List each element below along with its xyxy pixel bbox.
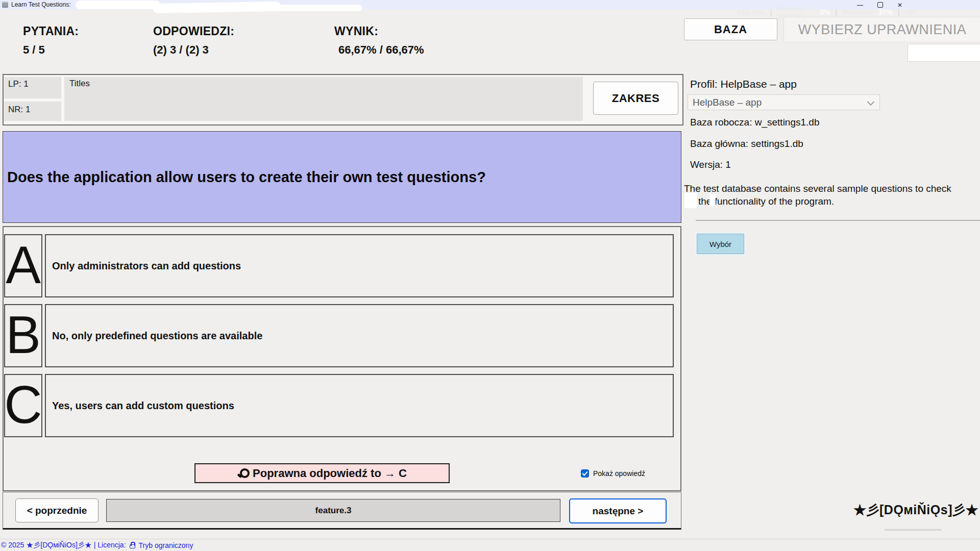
zakres-button[interactable]: ZAKRES <box>593 82 678 115</box>
question-text: Does the application allow users to crea… <box>7 169 486 186</box>
answer-option-b[interactable]: No, only predefined questions are availa… <box>45 304 674 367</box>
status-bar: © 2025 ★彡[DǪмiŇiOs]彡★ | Licencja: Tryb o… <box>0 539 980 551</box>
chevron-down-icon <box>867 98 874 106</box>
answer-option-a[interactable]: Only administrators can add questions <box>45 234 674 297</box>
select-button[interactable]: Wybór <box>697 234 744 254</box>
lp-cell: LP: 1 <box>4 77 61 98</box>
answer-option-c[interactable]: Yes, users can add custom questions <box>45 374 674 437</box>
minimize-button[interactable]: — <box>852 0 868 10</box>
license-status: Tryb ograniczony <box>139 541 193 549</box>
correct-answer-text: Poprawna odpowiedź to → C <box>253 467 407 480</box>
answers-value: (2) 3 / (2) 3 <box>153 43 209 57</box>
score-value: 66,67% / 66,67% <box>338 43 424 57</box>
app-window: Learn Test Questions: — ✕ KI/s N/A | Pro… <box>0 0 980 551</box>
redaction-blob <box>153 2 281 13</box>
show-answer-toggle[interactable]: Pokaż opowiedź <box>581 469 645 478</box>
watermark-text: ★彡[DǪмiŇiǪs]彡★ <box>853 502 978 518</box>
baza-button[interactable]: BAZA <box>684 18 777 40</box>
profile-title: Profil: HelpBase – app <box>690 78 797 90</box>
correct-answer-bar: Poprawna odpowiedź to → C <box>194 463 450 483</box>
questions-label: PYTANIA: <box>23 24 79 38</box>
show-answer-label: Pokaż opowiedź <box>593 469 645 478</box>
questions-value: 5 / 5 <box>23 43 45 57</box>
redaction-patch <box>709 194 716 206</box>
nr-cell: NR: 1 <box>4 102 61 121</box>
db-description-line2: the functionality of the program. <box>698 196 834 207</box>
maximize-icon <box>877 2 883 8</box>
top-right-field <box>908 44 980 62</box>
panel-separator <box>696 220 980 221</box>
version-label: Wersja: 1 <box>690 159 731 170</box>
maximize-button[interactable] <box>872 0 888 10</box>
choose-permissions-button[interactable]: WYBIERZ UPRAWNIENIA <box>783 17 980 42</box>
copyright-text: © 2025 ★彡[DǪмiŇiOs]彡★ | Licencja: <box>1 541 126 550</box>
score-label: WYNIK: <box>334 24 378 38</box>
titlebar: Learn Test Questions: — ✕ <box>0 0 980 10</box>
redaction-patch <box>684 193 697 208</box>
profile-dropdown[interactable]: HelpBase – app <box>688 94 880 110</box>
window-title: Learn Test Questions: <box>11 1 71 8</box>
redaction-blob <box>265 5 362 11</box>
current-test-name: feature.3 <box>106 499 560 522</box>
lock-icon <box>130 542 135 548</box>
watermark-underline <box>885 529 942 531</box>
working-db-label: Baza robocza: w_settings1.db <box>690 117 820 128</box>
answer-letter-c[interactable]: C <box>4 374 42 437</box>
answer-letter-b[interactable]: B <box>4 304 42 367</box>
question-box: Does the application allow users to crea… <box>3 131 681 223</box>
show-answer-checkbox[interactable] <box>581 469 589 478</box>
answer-letter-a[interactable]: A <box>4 234 42 297</box>
previous-button[interactable]: < poprzednie <box>15 498 99 522</box>
db-description-line1: The test database contains several sampl… <box>684 183 951 194</box>
redaction-blob <box>76 1 160 9</box>
main-db-label: Baza główna: settings1.db <box>690 138 803 149</box>
close-button[interactable]: ✕ <box>892 0 908 10</box>
answers-label: ODPOWIEDZI: <box>153 24 234 38</box>
next-button[interactable]: następne > <box>569 498 667 523</box>
profile-dropdown-value: HelpBase – app <box>693 97 762 108</box>
app-icon <box>2 2 8 8</box>
titles-header-cell: Titles <box>64 77 583 121</box>
search-icon <box>237 468 248 479</box>
